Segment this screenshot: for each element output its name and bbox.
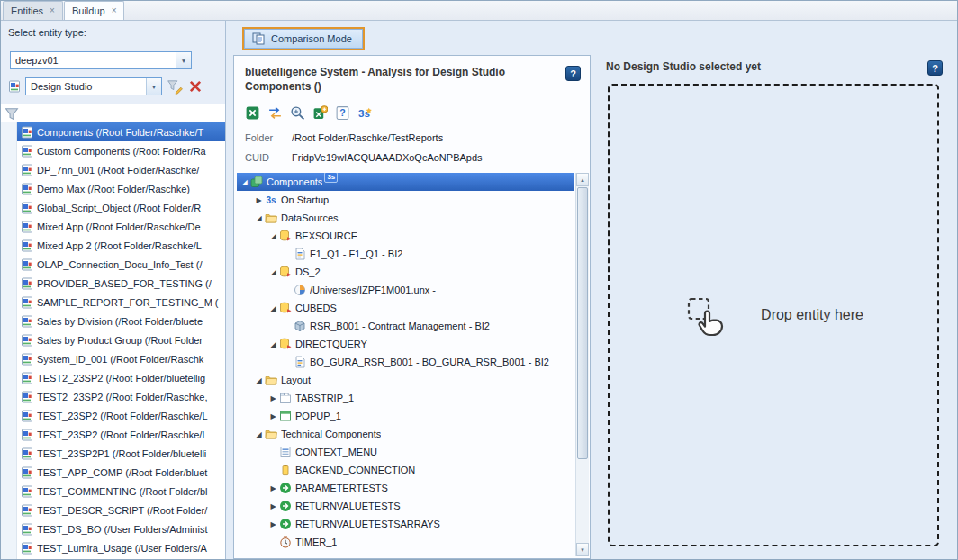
auto-filter-row[interactable] [1,104,225,122]
tree-node[interactable]: ◢Layout [237,371,574,389]
tree-node[interactable]: RSR_B001 - Contract Management - BI2 [237,317,574,335]
entity-row[interactable]: TEST_DS_BO (/User Folders/Administ [1,519,225,538]
entity-row[interactable]: TEST_Lumira_Usage (/User Folders/A [1,538,225,557]
svg-text:?: ? [339,107,345,118]
entity-row[interactable]: TEST2_23SP2 (/Root Folder/Raschke, [1,387,225,406]
tree-node-label: BO_GURA_RSR_B001 - BO_GURA_RSR_B001 - BI… [310,357,549,367]
help-icon[interactable]: ? [565,66,581,81]
tree-node[interactable]: ◢DIRECTQUERY [237,335,574,353]
entity-row[interactable]: TEST_COMMENTING (/Root Folder/bl [1,482,225,501]
zoom-search-button[interactable] [290,105,305,121]
expanded-arrow-icon[interactable]: ◢ [253,430,265,438]
tree-node[interactable]: TIMER_1 [237,533,574,551]
tree-node[interactable]: /Universes/IZPF1M001.unx - [237,281,574,299]
clear-filter-button[interactable] [187,78,203,95]
tree-node[interactable]: ▶PARAMETERTESTS [237,479,574,497]
tree-node[interactable]: ◢Technical Components [237,425,574,443]
analysis-title-row: bluetelligence System - Analysis for Des… [234,56,590,94]
system-select[interactable]: deepzv01 ▼ [10,51,192,69]
entity-row[interactable]: TEST2_23SP2 (/Root Folder/bluetellig [1,368,225,387]
design-studio-icon [21,202,33,214]
entity-sidebar: Select entity type: deepzv01 ▼ Design St… [1,21,226,559]
help-icon[interactable]: ? [927,60,943,76]
entity-row[interactable]: TEST_23SP2P1 (/Root Folder/bluetelli [1,444,225,463]
entity-row[interactable]: TEST_23SP2 (/Root Folder/Raschke/L [1,425,225,444]
entity-row[interactable]: DP_7nn_001 (/Root Folder/Raschke/ [1,160,225,179]
collapsed-arrow-icon[interactable]: ▶ [267,394,279,402]
excel-add-button[interactable] [312,105,328,121]
tree-node[interactable]: ▶RETURNVALUETESTSARRAYS [237,515,574,533]
entity-row[interactable]: Global_Script_Object (/Root Folder/R [1,198,225,217]
collapsed-arrow-icon[interactable]: ▶ [267,412,279,420]
entity-type-select[interactable]: Design Studio ▼ [25,77,162,95]
entity-row[interactable]: Demo Max (/Root Folder/Raschke) [1,179,225,198]
entity-row[interactable]: Mixed App (/Root Folder/Raschke/De [1,217,225,236]
comparison-mode-button[interactable]: Comparison Mode [242,27,365,50]
tree-node[interactable]: ◢CUBEDS [237,299,574,317]
scrollbar-thumb[interactable] [577,187,588,459]
folder-value: /Root Folder/Raschke/TestReports [292,132,443,143]
expanded-arrow-icon[interactable]: ◢ [267,232,279,240]
scroll-down-icon[interactable]: ▼ [576,543,589,556]
tab-buildup[interactable]: Buildup× [64,1,125,20]
tree-node[interactable]: F1_Q1 - F1_Q1 - BI2 [237,245,574,263]
tree-node[interactable]: ◢DS_2 [237,263,574,281]
entity-row[interactable]: TEST_DESCR_SCRIPT (/Root Folder/ [1,501,225,519]
expanded-arrow-icon[interactable]: ◢ [267,340,279,348]
export-excel-button[interactable] [245,105,260,121]
entity-row[interactable]: PROVIDER_BASED_FOR_TESTING (/ [1,274,225,293]
scroll-up-icon[interactable]: ▲ [576,173,589,186]
expanded-arrow-icon[interactable]: ◢ [267,304,279,312]
design-studio-icon [21,410,33,422]
tree-node[interactable]: ▶POPUP_1 [237,407,574,425]
help-document-button[interactable]: ? [335,105,350,121]
entity-row[interactable]: Sales by Product Group (/Root Folder [1,330,225,349]
tree-node[interactable]: ◢Components3s [237,173,574,191]
collapsed-arrow-icon[interactable]: ▶ [253,196,265,204]
entity-row[interactable]: Custom Components (/Root Folder/Ra [1,141,225,160]
tab-entities[interactable]: Entities× [3,1,63,20]
compare-arrows-button[interactable] [267,105,283,121]
entity-label: Mixed App 2 (/Root Folder/Raschke/L [37,240,225,251]
entity-row[interactable]: SAMPLE_REPORT_FOR_TESTING_M ( [1,293,225,312]
design-studio-icon [21,221,33,233]
expanded-arrow-icon[interactable]: ◢ [267,268,279,276]
tree-node[interactable]: BACKEND_CONNECTION [237,461,574,479]
chevron-down-icon[interactable]: ▼ [146,78,161,95]
tree-node[interactable]: ▶TABSTRIP_1 [237,389,574,407]
tree-node[interactable]: ▶RETURNVALUETESTS [237,497,574,515]
entity-row[interactable]: TEST_APP_COMP (/Root Folder/bluet [1,463,225,482]
three-s-button[interactable]: 3s [357,105,373,121]
entity-row[interactable]: Components (/Root Folder/Raschke/T [1,122,225,141]
design-studio-icon [21,183,33,195]
entity-row[interactable]: Mixed App 2 (/Root Folder/Raschke/L [1,236,225,255]
design-studio-icon [21,391,33,403]
collapsed-arrow-icon[interactable]: ▶ [267,520,279,528]
entity-row[interactable]: OLAP_Connection_Docu_Info_Test (/ [1,255,225,274]
collapsed-arrow-icon[interactable]: ▶ [267,502,279,510]
green-arrow-icon [279,500,292,512]
tree-node[interactable]: CONTEXT_MENU [237,443,574,461]
tree-scrollbar[interactable]: ▲ ▼ [575,173,589,556]
expanded-arrow-icon[interactable]: ◢ [239,178,250,186]
tree-node[interactable]: ▶3sOn Startup [237,191,574,209]
entity-drop-zone[interactable]: Drop entity here [608,84,939,546]
tab-close-icon[interactable]: × [50,6,55,15]
expanded-arrow-icon[interactable]: ◢ [253,214,265,222]
entity-row[interactable]: TEST_ON_SMALL_INITIAL_VIEW (/Ro [1,557,225,559]
tree-node[interactable]: ◢BEXSOURCE [237,227,574,245]
entity-label: DP_7nn_001 (/Root Folder/Raschke/ [37,165,225,176]
tree-node-label: TABSTRIP_1 [295,393,354,403]
filter-funnel-icon [4,105,20,122]
tree-node[interactable]: BO_GURA_RSR_B001 - BO_GURA_RSR_B001 - BI… [237,353,574,371]
tab-close-icon[interactable]: × [112,6,117,15]
chevron-down-icon[interactable]: ▼ [176,52,191,68]
entity-row[interactable]: System_ID_001 (/Root Folder/Raschk [1,349,225,368]
entity-row[interactable]: Sales by Division (/Root Folder/bluete [1,312,225,330]
tree-node[interactable]: ◢DataSources [237,209,574,227]
filter-edit-button[interactable] [167,78,183,95]
expanded-arrow-icon[interactable]: ◢ [253,376,265,384]
entity-row[interactable]: TEST_23SP2 (/Root Folder/Raschke/L [1,406,225,425]
collapsed-arrow-icon[interactable]: ▶ [267,484,279,492]
right-title-row: No Design Studio selected yet ? [606,60,943,76]
